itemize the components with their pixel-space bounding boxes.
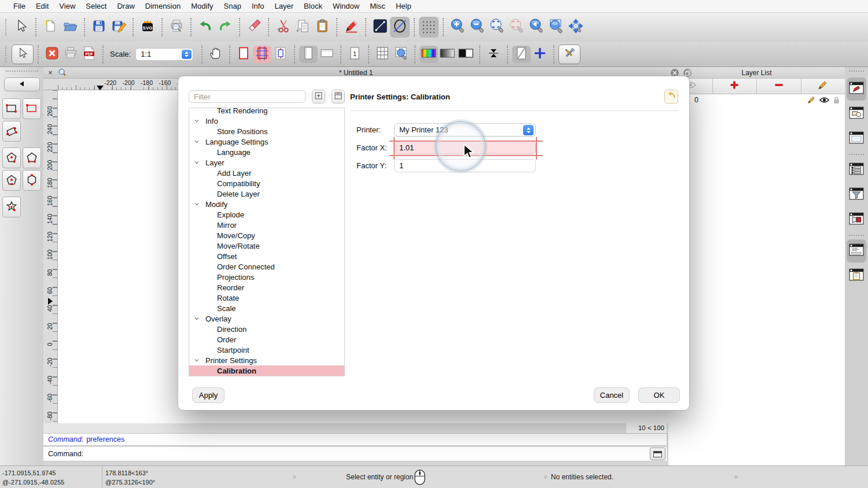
tree-item[interactable]: Rotate (189, 293, 344, 303)
dock-pen-settings-button[interactable] (847, 208, 866, 231)
menu-modify[interactable]: Modify (186, 0, 218, 13)
tree-item[interactable]: Scale (189, 303, 344, 313)
save-button[interactable] (89, 17, 109, 38)
draft-mode-button[interactable] (512, 46, 531, 63)
tree-item[interactable]: Text Rendering (189, 108, 344, 116)
zoom-window-button[interactable] (546, 17, 566, 38)
pan-hand-button[interactable] (207, 46, 225, 63)
tree-item[interactable]: Offset (189, 251, 344, 261)
tree-item[interactable]: Language (189, 147, 344, 157)
tree-item[interactable]: Explode (189, 209, 344, 220)
new-document-button[interactable] (41, 17, 60, 38)
tree-item[interactable]: Direction (189, 324, 344, 334)
zoom-previous-button[interactable] (507, 17, 527, 38)
filter-input[interactable] (189, 90, 306, 103)
copy-button[interactable] (293, 17, 312, 38)
tree-item[interactable]: Move/Copy (189, 230, 344, 241)
menu-edit[interactable]: Edit (31, 0, 54, 13)
print-button[interactable] (61, 46, 80, 63)
delete-button[interactable] (244, 17, 264, 38)
expand-all-button[interactable] (312, 90, 325, 103)
scale-select[interactable]: 1:1 (135, 48, 193, 61)
polygon-center-corner-tool[interactable] (2, 147, 21, 168)
ok-button[interactable]: OK (639, 388, 679, 402)
zoom-pan-button[interactable] (566, 17, 586, 38)
redo-button[interactable] (215, 17, 235, 38)
tree-item[interactable]: Mirror (189, 220, 344, 230)
tree-item[interactable]: Startpoint (189, 345, 344, 355)
menu-draw[interactable]: Draw (112, 0, 139, 13)
tree-item[interactable]: Info (189, 116, 344, 126)
single-page-button[interactable]: 1 (345, 46, 364, 63)
point-marks-button[interactable] (531, 46, 549, 63)
paste-button[interactable] (312, 17, 332, 38)
zoom-page-button[interactable] (392, 46, 410, 63)
rectangle-size-tool[interactable] (23, 98, 41, 119)
zoom-out-button[interactable] (468, 17, 487, 38)
menu-view[interactable]: View (54, 0, 80, 13)
dock-clipboard-button[interactable] (847, 264, 866, 287)
zoom-in-button[interactable] (448, 17, 468, 38)
layer-lock-icon[interactable] (833, 96, 840, 106)
remove-layer-button[interactable] (757, 79, 801, 94)
fit-to-page-button[interactable] (271, 46, 290, 63)
menu-snap[interactable]: Snap (219, 0, 247, 13)
pdf-export-button[interactable]: PDF (80, 46, 98, 63)
selection-mode-button[interactable] (12, 45, 34, 64)
polygon-2corners-tool[interactable] (23, 147, 41, 168)
draw-pen-button[interactable] (341, 17, 361, 38)
tree-item[interactable]: Order Connected (189, 261, 344, 272)
polygon-center-side-tool[interactable] (2, 170, 21, 191)
tree-item[interactable]: Store Positions (189, 126, 344, 136)
open-file-button[interactable] (60, 17, 80, 38)
rectangle-2points-tool[interactable] (2, 98, 21, 119)
multi-page-button[interactable] (373, 46, 392, 63)
collapse-all-button[interactable] (332, 90, 345, 103)
tree-item[interactable]: Overlay (189, 313, 344, 324)
layer-row[interactable]: 0 (668, 94, 845, 106)
polygon-side-side-tool[interactable] (23, 170, 41, 191)
menu-window[interactable]: Window (328, 0, 365, 13)
command-options-button[interactable] (650, 448, 665, 460)
tree-item[interactable]: Modify (189, 199, 344, 209)
grid-toggle-button[interactable] (419, 17, 439, 38)
tree-item[interactable]: Projections (189, 272, 344, 282)
tree-item[interactable]: Order (189, 334, 344, 345)
apply-button[interactable]: Apply (193, 388, 224, 402)
tree-item[interactable]: Language Settings (189, 136, 344, 147)
undo-button[interactable] (196, 17, 215, 38)
full-color-button[interactable] (420, 46, 438, 63)
menu-info[interactable]: Info (247, 0, 270, 13)
tree-item[interactable]: Calibration (189, 365, 344, 376)
add-layer-button[interactable] (713, 79, 757, 94)
dock-selection-filter-button[interactable] (847, 158, 866, 182)
crop-marks-button[interactable] (253, 46, 271, 63)
ellipse-tool-button[interactable] (390, 17, 410, 38)
dock-block-list-button[interactable] (847, 102, 866, 125)
layer-edit-pencil-icon[interactable] (807, 95, 816, 106)
save-as-button[interactable] (109, 17, 128, 38)
command-input[interactable] (87, 448, 667, 460)
preferences-button[interactable] (558, 45, 580, 64)
dock-library-browser-button[interactable] (847, 127, 866, 150)
tree-item[interactable]: Move/Rotate (189, 241, 344, 251)
portrait-button[interactable] (299, 46, 318, 63)
menu-select[interactable]: Select (80, 0, 112, 13)
reset-to-defaults-button[interactable] (664, 90, 678, 103)
svg-export-button[interactable]: SVG (138, 17, 157, 38)
zoom-back-button[interactable] (527, 17, 546, 38)
dock-filter-button[interactable] (847, 183, 866, 206)
select-tool-button[interactable] (12, 17, 31, 38)
menu-help[interactable]: Help (391, 0, 417, 13)
tree-item[interactable]: Reorder (189, 282, 344, 293)
dock-command-history-button[interactable] (847, 239, 866, 263)
menu-file[interactable]: File (8, 0, 31, 13)
cut-button[interactable] (273, 17, 293, 38)
hairline-mode-button[interactable] (484, 46, 503, 63)
zoom-auto-button[interactable] (487, 17, 507, 38)
rectangle-angle-tool[interactable] (2, 121, 21, 142)
edit-layer-button[interactable] (801, 79, 845, 94)
stepper-icon[interactable] (182, 50, 192, 59)
landscape-button[interactable] (318, 46, 336, 63)
menu-misc[interactable]: Misc (365, 0, 391, 13)
